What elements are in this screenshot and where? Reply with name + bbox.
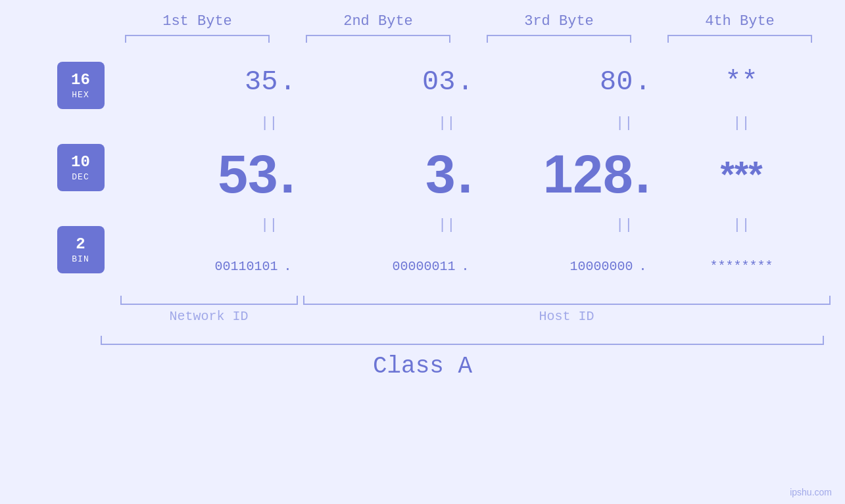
byte-header-4: 4th Byte — [658, 13, 822, 30]
eq1-2: || — [298, 115, 456, 131]
dec-badge-num: 10 — [71, 153, 90, 172]
eq-block-2 — [41, 194, 120, 223]
byte-header-1: 1st Byte — [115, 13, 279, 30]
bin-badge-num: 2 — [76, 235, 85, 254]
data-section: 16 HEX 10 DEC 2 BIN — [41, 56, 831, 324]
hex-cell-4: ** — [653, 66, 831, 98]
bin-val-2: 00000011 — [298, 259, 456, 274]
hex-cell-1: 35 . — [120, 66, 298, 98]
bin-badge-text: BIN — [72, 254, 89, 264]
eq1-cell-4: || — [653, 115, 831, 131]
dec-badge: 10 DEC — [57, 144, 105, 191]
byte-headers: 1st Byte 2nd Byte 3rd Byte 4th Byte — [107, 13, 831, 30]
bin-val-1: 00110101 — [120, 259, 278, 274]
data-rows: 35 . 03 . 80 . ** || — [120, 56, 831, 324]
eq1-1: || — [120, 115, 278, 131]
full-bottom-bracket — [101, 336, 824, 345]
hex-badge-text: HEX — [72, 90, 89, 100]
eq2-cell-1: || — [120, 217, 298, 233]
bin-cell-1: 00110101 . — [120, 259, 298, 274]
dec-val-1: 53 — [120, 143, 278, 205]
hex-val-1: 35 — [120, 66, 278, 98]
dec-val-4: *** — [653, 153, 831, 195]
hex-val-4: ** — [653, 66, 831, 98]
network-bottom-bracket — [120, 296, 298, 305]
bin-val-4: ******** — [653, 259, 831, 274]
dec-dot-1: . — [278, 143, 298, 205]
eq2-4: || — [653, 217, 831, 233]
bin-cell-3: 10000000 . — [475, 259, 653, 274]
main-container: 1st Byte 2nd Byte 3rd Byte 4th Byte 16 H… — [0, 0, 845, 504]
badges-column: 16 HEX 10 DEC 2 BIN — [41, 56, 120, 324]
hex-dot-3: . — [633, 66, 653, 98]
bin-dot-2: . — [456, 259, 475, 274]
eq2-cell-4: || — [653, 217, 831, 233]
bin-val-3: 10000000 — [475, 259, 633, 274]
watermark: ipshu.com — [790, 487, 832, 497]
byte-header-3: 3rd Byte — [477, 13, 641, 30]
eq1-cell-3: || — [475, 115, 653, 131]
bin-cell-4: ******** — [653, 259, 831, 274]
hex-row: 35 . 03 . 80 . ** — [120, 56, 831, 108]
eq-line-1: || || || || — [120, 108, 831, 138]
dec-cell-2: 3 . — [298, 143, 475, 205]
host-id-label: Host ID — [303, 309, 831, 324]
hex-dot-2: . — [456, 66, 475, 98]
id-labels: Network ID Host ID — [120, 309, 831, 324]
eq-line-2: || || || || — [120, 210, 831, 240]
dec-badge-block: 10 DEC — [41, 141, 120, 194]
dec-badge-text: DEC — [72, 172, 89, 182]
hex-badge-block: 16 HEX — [41, 59, 120, 112]
hex-val-3: 80 — [475, 66, 633, 98]
eq1-3: || — [475, 115, 633, 131]
bottom-brackets — [120, 296, 831, 305]
dec-val-2: 3 — [298, 143, 456, 205]
eq2-3: || — [475, 217, 633, 233]
dec-dot-3: . — [633, 143, 653, 205]
eq2-1: || — [120, 217, 278, 233]
dec-cell-3: 128 . — [475, 143, 653, 205]
dec-val-3: 128 — [475, 143, 633, 205]
bracket-1 — [125, 35, 270, 43]
eq-block-1 — [41, 112, 120, 141]
eq2-2: || — [298, 217, 456, 233]
bin-dot-1: . — [278, 259, 298, 274]
hex-val-2: 03 — [298, 66, 456, 98]
bracket-2 — [306, 35, 450, 43]
top-brackets — [107, 35, 831, 43]
byte-header-2: 2nd Byte — [296, 13, 460, 30]
bin-row: 00110101 . 00000011 . 10000000 . *******… — [120, 240, 831, 292]
host-bottom-bracket — [303, 296, 831, 305]
hex-badge-num: 16 — [71, 71, 90, 90]
dec-cell-4: *** — [653, 153, 831, 195]
bracket-4 — [667, 35, 812, 43]
eq2-cell-3: || — [475, 217, 653, 233]
hex-badge: 16 HEX — [57, 62, 105, 109]
dec-row: 53 . 3 . 128 . *** — [120, 138, 831, 210]
network-id-label: Network ID — [120, 309, 298, 324]
eq1-cell-1: || — [120, 115, 298, 131]
dec-dot-2: . — [456, 143, 475, 205]
dec-cell-1: 53 . — [120, 143, 298, 205]
eq1-4: || — [653, 115, 831, 131]
bin-cell-2: 00000011 . — [298, 259, 475, 274]
hex-dot-1: . — [278, 66, 298, 98]
eq2-cell-2: || — [298, 217, 475, 233]
bracket-3 — [487, 35, 631, 43]
bin-badge: 2 BIN — [57, 226, 105, 273]
hex-cell-2: 03 . — [298, 66, 475, 98]
bin-dot-3: . — [633, 259, 653, 274]
eq1-cell-2: || — [298, 115, 475, 131]
hex-cell-3: 80 . — [475, 66, 653, 98]
class-label: Class A — [373, 353, 472, 380]
bin-badge-block: 2 BIN — [41, 223, 120, 276]
